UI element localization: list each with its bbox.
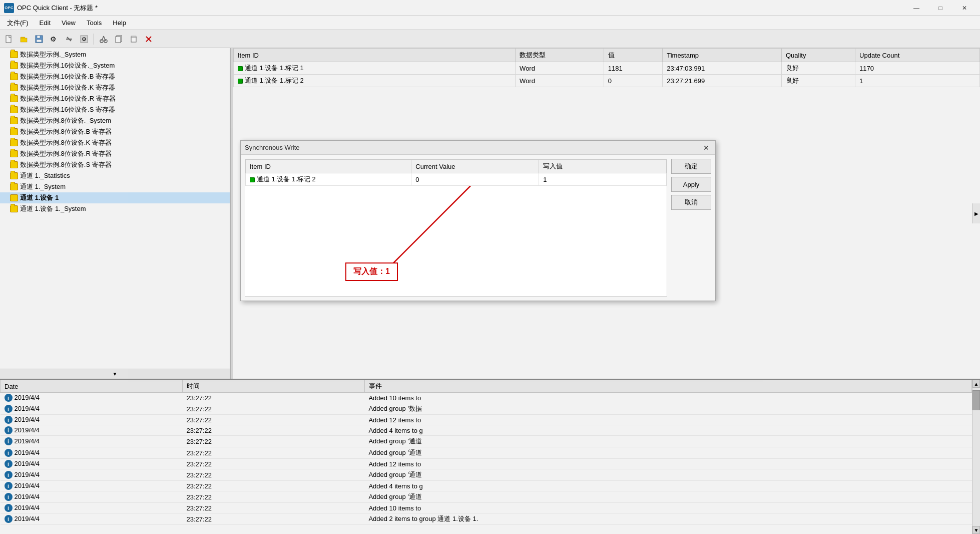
modal-table-row[interactable]: 通道 1.设备 1.标记 201 — [246, 173, 667, 186]
data-col-header-0[interactable]: Item ID — [234, 49, 516, 62]
modal-close-button[interactable]: ✕ — [701, 143, 711, 153]
modal-body: Item IDCurrent Value写入值 通道 1.设备 1.标记 201… — [241, 155, 715, 301]
save-button[interactable] — [32, 32, 46, 46]
menu-tools[interactable]: Tools — [82, 18, 107, 28]
tree-item[interactable]: 数据类型示例.16位设备._System — [0, 60, 230, 71]
svg-rect-19 — [131, 36, 136, 38]
modal-col-header-2[interactable]: 写入值 — [539, 160, 667, 173]
menu-view[interactable]: View — [57, 18, 81, 28]
modal-title-bar: Synchronous Write ✕ — [241, 141, 715, 155]
cut-button[interactable] — [97, 32, 111, 46]
log-cell: i2019/4/4 — [1, 393, 183, 403]
tree-item[interactable]: 数据类型示例.16位设备.B 寄存器 — [0, 71, 230, 82]
log-col-header-0[interactable]: Date — [1, 380, 183, 393]
minimize-button[interactable]: — — [905, 0, 928, 16]
tree-item[interactable]: 数据类型示例.16位设备.K 寄存器 — [0, 82, 230, 93]
tree-area[interactable]: 数据类型示例._System数据类型示例.16位设备._System数据类型示例… — [0, 48, 230, 369]
log-cell: i2019/4/4 — [1, 415, 183, 425]
title-bar-buttons: — □ ✕ — [905, 0, 976, 16]
svg-text:⚙: ⚙ — [82, 36, 87, 42]
log-table-row: i2019/4/423:27:22Added 10 items to — [1, 503, 972, 513]
log-cell: i2019/4/4 — [1, 469, 183, 481]
log-cell: 23:27:22 — [182, 425, 364, 436]
window-title: OPC Quick Client - 无标题 * — [17, 4, 98, 13]
tree-item[interactable]: 通道 1.设备 1 — [0, 192, 230, 203]
svg-rect-18 — [131, 37, 136, 42]
data-col-header-2[interactable]: 值 — [604, 49, 663, 62]
modal-col-header-0[interactable]: Item ID — [246, 160, 411, 173]
log-cell: i2019/4/4 — [1, 491, 183, 503]
tree-item[interactable]: 数据类型示例._System — [0, 49, 230, 60]
cancel-button[interactable]: 取消 — [671, 195, 711, 210]
scroll-down-btn[interactable]: ▼ — [972, 526, 980, 534]
tree-item[interactable]: 数据类型示例.16位设备.S 寄存器 — [0, 104, 230, 115]
apply-button[interactable]: Apply — [671, 177, 711, 192]
menu-edit[interactable]: Edit — [35, 18, 56, 28]
sidebar-scroll-down[interactable]: ▼ — [0, 369, 230, 379]
data-table-row[interactable]: 通道 1.设备 1.标记 1Word118123:47:03.991良好1170 — [234, 62, 980, 75]
toolbar-btn4[interactable]: ⚙ — [47, 32, 61, 46]
info-icon: i — [5, 437, 13, 445]
log-scrollbar[interactable]: ▲ ▼ — [972, 380, 980, 534]
log-col-header-1[interactable]: 时间 — [182, 380, 364, 393]
maximize-button[interactable]: □ — [929, 0, 952, 16]
scroll-right-button[interactable]: ▶ — [972, 203, 980, 223]
svg-rect-16 — [116, 37, 121, 43]
log-table-area[interactable]: Date时间事件 i2019/4/423:27:22Added 10 items… — [0, 380, 972, 534]
log-table-row: i2019/4/423:27:22Added 4 items to g — [1, 481, 972, 491]
folder-icon — [10, 183, 18, 190]
tree-item-label: 数据类型示例.16位设备._System — [20, 61, 115, 70]
scroll-thumb[interactable] — [972, 390, 980, 410]
info-icon: i — [5, 504, 13, 512]
title-bar: OPC OPC Quick Client - 无标题 * — □ ✕ — [0, 0, 980, 16]
folder-icon — [10, 51, 18, 58]
menu-file[interactable]: 文件(F) — [2, 17, 34, 29]
scroll-up-btn[interactable]: ▲ — [972, 380, 980, 388]
log-cell: 23:27:22 — [182, 491, 364, 503]
data-col-header-1[interactable]: 数据类型 — [516, 49, 604, 62]
tree-item[interactable]: 数据类型示例.8位设备.R 寄存器 — [0, 148, 230, 159]
app-icon: OPC — [4, 3, 14, 13]
log-cell: 23:27:22 — [182, 513, 364, 525]
data-table-row[interactable]: 通道 1.设备 1.标记 2Word023:27:21.699良好1 — [234, 75, 980, 87]
tree-item[interactable]: 通道 1._Statistics — [0, 170, 230, 181]
data-cell: 23:27:21.699 — [663, 75, 782, 87]
tree-item-label: 数据类型示例.8位设备.B 寄存器 — [20, 127, 112, 136]
log-col-header-2[interactable]: 事件 — [364, 380, 971, 393]
tree-item[interactable]: 数据类型示例.8位设备._System — [0, 115, 230, 126]
data-cell: Word — [516, 62, 604, 75]
ok-button[interactable]: 确定 — [671, 159, 711, 174]
green-indicator-icon — [238, 79, 243, 84]
new-button[interactable] — [2, 32, 16, 46]
data-col-header-5[interactable]: Update Count — [855, 49, 980, 62]
tree-item[interactable]: 通道 1._System — [0, 181, 230, 192]
toolbar-btn6[interactable]: ⚙ — [77, 32, 91, 46]
tree-item[interactable]: 数据类型示例.8位设备.S 寄存器 — [0, 159, 230, 170]
delete-button[interactable] — [142, 32, 156, 46]
tree-item[interactable]: 数据类型示例.8位设备.B 寄存器 — [0, 126, 230, 137]
modal-cell: 通道 1.设备 1.标记 2 — [246, 173, 411, 186]
tree-item-label: 通道 1._Statistics — [20, 171, 70, 180]
sidebar: 数据类型示例._System数据类型示例.16位设备._System数据类型示例… — [0, 48, 230, 379]
modal-col-header-1[interactable]: Current Value — [411, 160, 539, 173]
copy-button[interactable] — [112, 32, 126, 46]
log-cell: Added 10 items to — [364, 503, 971, 513]
tree-item-label: 数据类型示例.8位设备.K 寄存器 — [20, 138, 112, 147]
tree-item[interactable]: 通道 1.设备 1._System — [0, 203, 230, 214]
menu-help[interactable]: Help — [108, 18, 131, 28]
log-cell: Added group '通道 — [364, 469, 971, 481]
log-cell: 23:27:22 — [182, 393, 364, 403]
tree-item[interactable]: 数据类型示例.16位设备.R 寄存器 — [0, 93, 230, 104]
paste-button[interactable] — [127, 32, 141, 46]
data-cell: 1170 — [855, 62, 980, 75]
open-button[interactable] — [17, 32, 31, 46]
toolbar-btn5[interactable] — [62, 32, 76, 46]
sync-write-dialog[interactable]: Synchronous Write ✕ Item IDCurrent Value… — [240, 140, 716, 301]
modal-cell[interactable]: 1 — [539, 173, 667, 186]
tree-item[interactable]: 数据类型示例.8位设备.K 寄存器 — [0, 137, 230, 148]
close-button[interactable]: ✕ — [953, 0, 976, 16]
tree-item-label: 数据类型示例.16位设备.K 寄存器 — [20, 83, 115, 92]
data-col-header-4[interactable]: Quality — [782, 49, 855, 62]
log-table-row: i2019/4/423:27:22Added 12 items to — [1, 459, 972, 469]
data-col-header-3[interactable]: Timestamp — [663, 49, 782, 62]
